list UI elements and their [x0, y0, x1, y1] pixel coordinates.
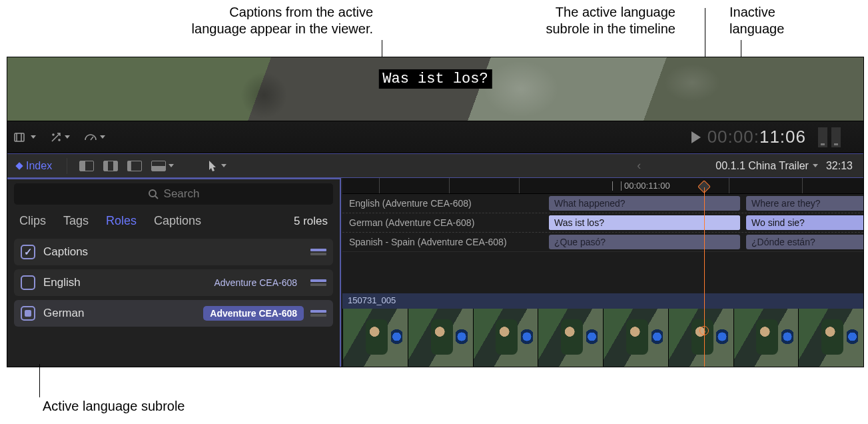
annotation-bottom: Active language subrole [43, 399, 185, 414]
role-label: Captions [43, 245, 88, 259]
project-name-label: 00.1.1 China Trailer [715, 160, 809, 172]
role-label: German [43, 307, 84, 320]
audio-meter[interactable] [818, 127, 845, 147]
svg-point-3 [149, 190, 156, 197]
svg-rect-0 [15, 133, 24, 141]
role-row-captions[interactable]: Captions x [14, 239, 333, 265]
layout-icon-4 [151, 161, 166, 171]
index-header-row: Index ‹ 00.1.1 China Trailer 32:13 [7, 153, 863, 178]
track-label: Spanish - Spain (Adventure CEA-608) [349, 237, 507, 247]
layout-icon-2[interactable] [103, 161, 118, 171]
select-tool-menu[interactable] [207, 159, 226, 173]
app-window: Was ist los? 00:00:11:06 Index [7, 57, 864, 367]
tab-captions[interactable]: Captions [154, 214, 201, 228]
index-label: Index [26, 160, 52, 172]
role-count-label: 5 roles [294, 215, 328, 228]
timeline-history-back[interactable]: ‹ [637, 159, 641, 173]
timecode-bright: 11:06 [759, 127, 806, 147]
lane-toggle-icon[interactable] [310, 247, 326, 257]
clip-appearance-buttons [73, 161, 181, 171]
layout-icon-1[interactable] [79, 161, 94, 171]
role-row-english[interactable]: English Adventure CEA-608 [14, 269, 333, 296]
search-icon-label: Search [164, 187, 200, 201]
caption-clip[interactable]: Wo sind sie? [746, 215, 863, 230]
caption-clip[interactable]: ¿Dónde están? [746, 235, 863, 249]
index-toggle-button[interactable]: Index [7, 160, 61, 172]
diamond-icon [15, 162, 23, 169]
checkbox-active-icon[interactable] [21, 306, 35, 321]
chevron-down-icon [169, 164, 174, 167]
caption-track-english[interactable]: English (Adventure CEA-608) What happene… [342, 194, 863, 213]
caption-track-german[interactable]: German (Adventure CEA-608) Was ist los? … [342, 213, 863, 233]
role-format-tag: Adventure CEA-608 [207, 275, 304, 290]
timeline-ruler[interactable]: 00:00:11:00 [342, 178, 863, 194]
timeline-toolbar: 00:00:11:06 [7, 121, 863, 153]
timeline-spacer [342, 252, 863, 293]
video-clip-name: 150731_005 [348, 295, 396, 305]
track-label: German (Adventure CEA-608) [349, 217, 474, 228]
annotation-lead-bottom [39, 364, 40, 397]
ruler-time-marker: 00:00:11:00 [621, 178, 670, 193]
search-input[interactable]: Search [14, 183, 333, 205]
annotation-top-right: Inactive language [729, 4, 803, 37]
retime-tool-menu[interactable] [77, 127, 112, 148]
chevron-down-icon [221, 164, 226, 167]
chevron-down-icon [31, 135, 36, 139]
caption-clip[interactable]: What happened? [549, 196, 740, 211]
role-row-german[interactable]: German Adventure CEA-608 [14, 300, 333, 327]
lane-toggle-icon[interactable] [310, 308, 326, 319]
playhead-skimmer-dot [699, 326, 709, 335]
project-name-menu[interactable]: 00.1.1 China Trailer [715, 160, 818, 172]
trim-tool-menu[interactable] [7, 127, 43, 148]
tab-tags[interactable]: Tags [63, 214, 89, 228]
caption-clip-active[interactable]: Was ist los? [549, 215, 740, 230]
caption-clip[interactable]: ¿Que pasó? [549, 235, 740, 249]
video-track-header[interactable]: 150731_005 [342, 293, 863, 309]
role-list: Captions x English Adventure CEA-608 Ger… [7, 235, 340, 327]
svg-point-2 [59, 139, 60, 141]
layout-icon-3[interactable] [127, 161, 142, 171]
project-duration: 32:13 [826, 160, 853, 172]
index-tabs: Clips Tags Roles Captions 5 roles [7, 205, 340, 235]
timecode-display[interactable]: 00:00:11:06 [707, 127, 806, 147]
chevron-down-icon [813, 164, 818, 167]
caption-clip[interactable]: Where are they? [746, 196, 863, 211]
meter-bar-r [831, 127, 841, 147]
meter-bar-l [818, 127, 827, 147]
track-label: English (Adventure CEA-608) [349, 198, 472, 209]
lane-toggle-icon[interactable] [310, 277, 326, 288]
timecode-dim: 00:00: [707, 127, 759, 147]
index-panel: Search Clips Tags Roles Captions 5 roles… [7, 178, 341, 367]
annotation-top-mid: The active language subrole in the timel… [516, 4, 675, 37]
viewer-caption-overlay: Was ist los? [378, 69, 492, 89]
viewer[interactable]: Was ist los? [7, 57, 863, 121]
checkbox-empty-icon[interactable] [21, 275, 35, 290]
timeline[interactable]: 00:00:11:00 English (Adventure CEA-608) … [342, 178, 863, 367]
svg-point-1 [53, 134, 54, 135]
role-label: English [43, 276, 81, 289]
chevron-down-icon [100, 135, 105, 139]
caption-track-spanish[interactable]: Spanish - Spain (Adventure CEA-608) ¿Que… [342, 233, 863, 252]
annotation-top-left: Captions from the active language appear… [133, 4, 373, 37]
video-thumbnails[interactable] [342, 309, 863, 367]
tab-clips[interactable]: Clips [19, 214, 46, 228]
chevron-down-icon [65, 135, 70, 139]
enhance-tool-menu[interactable] [43, 127, 77, 148]
checkbox-checked-icon[interactable] [21, 245, 35, 259]
play-icon[interactable] [691, 131, 701, 143]
tab-roles[interactable]: Roles [106, 214, 137, 228]
role-format-tag: Adventure CEA-608 [203, 306, 304, 321]
layout-icon-4-menu[interactable] [151, 161, 174, 171]
